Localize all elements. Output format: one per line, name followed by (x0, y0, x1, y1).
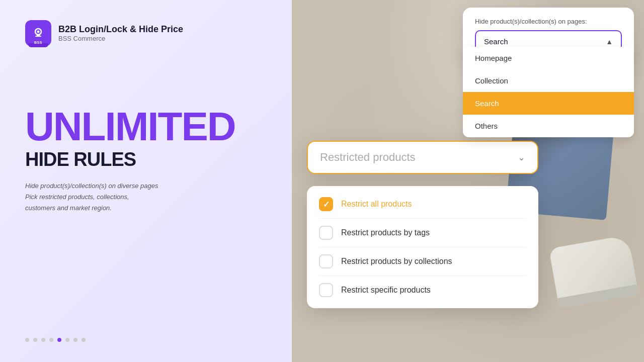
dropdown-item-collection[interactable]: Collection (463, 69, 634, 92)
logo-section: BSS B2B Login/Lock & Hide Price BSS Comm… (25, 20, 267, 46)
dot-7[interactable] (73, 338, 77, 342)
dot-4[interactable] (49, 338, 53, 342)
svg-rect-3 (35, 36, 41, 37)
left-panel: BSS B2B Login/Lock & Hide Price BSS Comm… (0, 0, 292, 362)
dropdown-menu: Homepage Collection Search Others (463, 47, 634, 137)
right-panel: Hide product(s)/collection(s) on pages: … (292, 0, 644, 362)
pagination-dots (25, 338, 267, 342)
logo-icon: BSS (25, 20, 51, 46)
app-title: B2B Login/Lock & Hide Price (58, 24, 183, 35)
dot-1[interactable] (25, 338, 29, 342)
restricted-products-label: Restricted products (320, 151, 416, 164)
checkbox-all[interactable] (319, 197, 333, 211)
hide-rules-text: HIDE RULES (25, 149, 267, 170)
ui-overlay: Hide product(s)/collection(s) on pages: … (307, 8, 644, 354)
dropdown-selected-value: Search (484, 37, 508, 46)
chevron-down-icon: ⌄ (518, 152, 525, 163)
dot-6[interactable] (65, 338, 69, 342)
dot-8[interactable] (82, 338, 86, 342)
desc-line2: Pick restricted products, collections, (25, 192, 267, 203)
dropdown-label: Hide product(s)/collection(s) on pages: (475, 18, 622, 25)
checkbox-collections[interactable] (319, 254, 333, 268)
dropdown-item-others[interactable]: Others (463, 115, 634, 137)
restricted-products-card[interactable]: Restricted products ⌄ (307, 141, 538, 174)
checkbox-item-collections[interactable]: Restrict products by collections (319, 247, 526, 276)
checkbox-card: Restrict all products Restrict products … (307, 186, 538, 308)
svg-point-1 (37, 31, 40, 33)
checkbox-specific-label: Restrict specific products (341, 286, 431, 295)
bss-label: BSS (34, 41, 42, 44)
description: Hide product(s)/collection(s) on diverse… (25, 180, 267, 214)
unlimited-text: UNLIMITED (25, 107, 267, 147)
dot-3[interactable] (41, 338, 45, 342)
checkbox-tags[interactable] (319, 226, 333, 240)
checkbox-item-specific[interactable]: Restrict specific products (319, 276, 526, 304)
checkbox-specific[interactable] (319, 283, 333, 297)
checkbox-tags-label: Restrict products by tags (341, 228, 430, 237)
desc-line3: customers and market region. (25, 203, 267, 214)
checkbox-item-tags[interactable]: Restrict products by tags (319, 219, 526, 247)
main-heading: UNLIMITED HIDE RULES (25, 107, 267, 170)
checkbox-all-label: Restrict all products (341, 200, 412, 209)
chevron-up-icon: ▲ (606, 38, 613, 46)
dropdown-card: Hide product(s)/collection(s) on pages: … (463, 8, 634, 63)
dropdown-item-search[interactable]: Search (463, 92, 634, 115)
checkbox-collections-label: Restrict products by collections (341, 257, 452, 266)
dot-2[interactable] (33, 338, 37, 342)
logo-text: B2B Login/Lock & Hide Price BSS Commerce (58, 24, 183, 42)
desc-line1: Hide product(s)/collection(s) on diverse… (25, 180, 267, 192)
company-name: BSS Commerce (58, 35, 183, 42)
checkbox-item-all[interactable]: Restrict all products (319, 190, 526, 219)
dot-5-active[interactable] (57, 338, 61, 342)
dropdown-item-homepage[interactable]: Homepage (463, 47, 634, 69)
